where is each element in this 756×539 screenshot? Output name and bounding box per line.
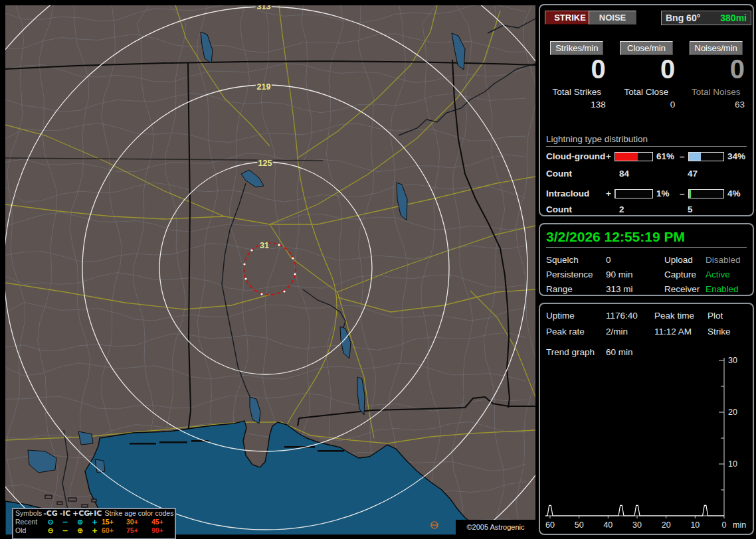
plot-mode-value: Strike [708,327,747,337]
receiver-label: Receiver [664,284,706,294]
close-per-min-button[interactable]: Close/min [620,41,673,55]
svg-text:min: min [733,520,746,530]
map-display[interactable]: 313 219 125 31 Symbols -CG -IC +CG +IC S… [5,5,535,535]
upload-value: Disabled [706,255,747,265]
svg-text:10: 10 [728,459,737,469]
recent-pos-cg-icon: ⊕ [72,518,88,526]
svg-text:20: 20 [728,408,737,417]
distribution-divider [546,146,747,147]
svg-text:50: 50 [575,520,584,530]
ic-negative-pct: 4% [724,189,747,198]
capture-value: Active [706,270,747,279]
squelch-label: Squelch [546,255,606,265]
svg-text:10: 10 [690,520,700,530]
ic-count-label: Count [546,204,619,214]
peak-rate-label: Peak rate [546,327,606,337]
cloud-ground-row: Cloud-ground + 61% – 34% [540,151,753,161]
cg-positive-bar [614,152,653,161]
total-close-label: Total Close [616,87,677,97]
age-90: 90+ [151,526,177,535]
map-svg[interactable]: 313 219 125 31 [5,5,535,535]
stats-grid: Uptime 1176:40 Peak time Plot Peak rate … [546,311,747,337]
legend-col-neg-ic: -IC [58,509,72,518]
copyright-text: ©2005 Astrogenic Systems [456,520,535,535]
recent-neg-ic-icon: − [58,518,72,526]
svg-text:30: 30 [632,520,642,530]
ic-positive-pct: 1% [653,189,680,198]
old-neg-cg-icon: ⊖ [43,526,58,535]
cloud-ground-count-row: Count 84 47 [540,169,753,179]
total-strikes-value: 138 [547,100,607,110]
legend-header-row: Symbols -CG -IC +CG +IC Strike age color… [13,509,175,518]
uptime-value: 1176:40 [606,311,654,321]
range-label: Range [546,284,606,294]
range-value: 313 mi [606,284,664,294]
close-per-min-value: 0 [616,56,677,82]
legend-old-label: Old [15,526,43,535]
total-strikes-label: Total Strikes [547,87,607,97]
strike-toggle-button[interactable]: STRIKE [545,11,595,25]
svg-text:0: 0 [722,520,727,530]
cg-negative-bar [688,152,724,161]
bearing-range-readout: Bng 60° 380mi [661,11,751,25]
legend-age-header: Strike age color codes [102,509,177,518]
stats-panel: Uptime 1176:40 Peak time Plot Peak rate … [539,303,754,535]
uptime-label: Uptime [546,311,606,321]
cg-negative-count: 47 [688,169,747,179]
total-noises-value: 63 [686,100,746,110]
trend-graph: 3020106050403020100min [540,356,753,534]
total-close-value: 0 [616,100,677,110]
svg-text:40: 40 [603,520,613,530]
svg-text:20: 20 [662,520,671,530]
age-75: 75+ [126,526,151,535]
ic-negative-bar [688,189,724,198]
strikes-per-min-button[interactable]: Strikes/min [550,41,603,55]
recent-neg-cg-icon: ⊖ [43,518,58,526]
svg-text:219: 219 [257,82,271,92]
peak-rate-value: 2/min [606,327,654,337]
noise-toggle-button[interactable]: NOISE [589,11,636,25]
age-15: 15+ [102,518,126,526]
svg-text:31: 31 [260,241,269,250]
age-45: 45+ [151,518,177,526]
legend-recent-row: Recent ⊖ − ⊕ + 15+ 30+ 45+ [13,518,175,526]
plus-sign: + [606,189,614,198]
strike-legend: Symbols -CG -IC +CG +IC Strike age color… [12,508,176,539]
legend-old-row: Old ⊖ − ⊕ + 60+ 75+ 90+ [13,526,175,535]
old-neg-ic-icon: − [58,526,72,535]
lightning-type-distribution: Lightning type distribution Cloud-ground… [540,134,753,147]
strikes-column: Strikes/min 0 Total Strikes 138 [547,41,607,110]
persistence-label: Persistence [546,270,606,279]
persistence-value: 90 min [606,270,664,279]
intracloud-row: Intracloud + 1% – 4% [540,189,753,198]
datetime-divider [546,247,747,248]
svg-text:313: 313 [257,5,271,11]
age-30: 30+ [126,518,151,526]
legend-symbols-header: Symbols [15,509,43,518]
rate-counters: Strikes/min 0 Total Strikes 138 Close/mi… [540,41,753,110]
cloud-ground-label: Cloud-ground [546,151,606,161]
recent-pos-ic-icon: + [88,518,102,526]
plus-sign: + [606,151,614,161]
intracloud-label: Intracloud [546,189,606,198]
squelch-value: 0 [606,255,664,265]
receiver-value: Enabled [706,284,747,294]
old-pos-cg-icon: ⊕ [72,526,88,535]
cg-positive-count: 84 [619,169,688,179]
intracloud-count-row: Count 2 5 [540,204,753,214]
counters-panel: STRIKE NOISE Bng 60° 380mi Strikes/min 0… [539,4,754,216]
distribution-title: Lightning type distribution [540,134,753,144]
cg-negative-pct: 34% [724,151,747,161]
noises-column: Noises/min 0 Total Noises 63 [686,41,746,110]
capture-label: Capture [664,270,706,279]
svg-text:125: 125 [258,159,272,168]
datetime-display: 3/2/2026 12:55:19 PM [540,224,753,245]
status-grid: Squelch 0 Upload Disabled Persistence 90… [546,255,747,294]
legend-recent-label: Recent [15,518,43,526]
legend-col-pos-cg: +CG [72,509,88,518]
legend-col-neg-cg: -CG [43,509,58,518]
total-noises-label: Total Noises [686,87,746,97]
plot-label: Plot [708,311,747,321]
noises-per-min-button[interactable]: Noises/min [690,41,743,55]
peak-time-label: Peak time [654,311,708,321]
